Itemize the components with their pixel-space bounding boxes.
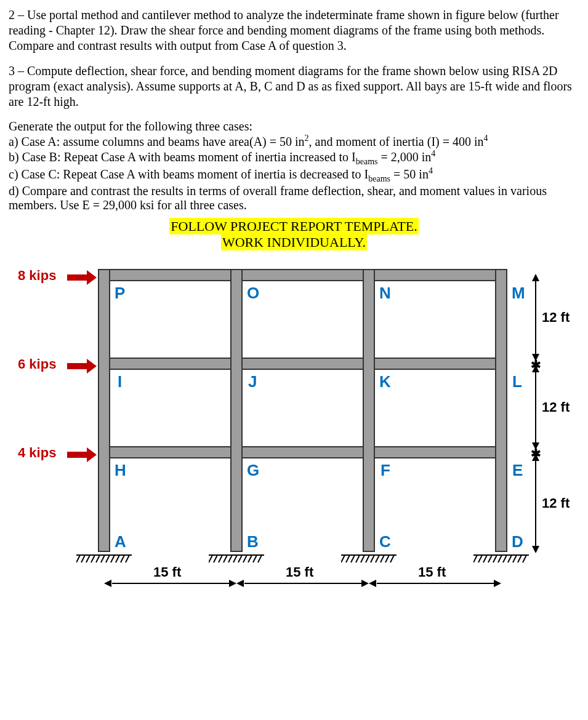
svg-line-26 [346,555,350,562]
svg-line-16 [224,555,227,562]
svg-line-5 [96,555,100,562]
support-D [473,552,529,561]
dim-bay1: 15 ft [153,564,181,580]
svg-line-20 [243,555,247,562]
node-L: L [512,372,522,391]
node-F: F [381,461,390,480]
svg-line-22 [253,555,257,562]
node-G: G [247,461,259,480]
dim-arrow-bay1-l [104,580,111,587]
svg-line-32 [376,555,379,562]
svg-line-15 [219,555,222,562]
svg-line-19 [238,555,242,562]
dim-arrow-s3-u [532,274,539,281]
dim-story1: 12 ft [542,495,570,511]
beam-level1 [98,446,507,458]
svg-line-23 [258,555,262,562]
node-P: P [115,284,125,303]
case-b-suffix: = 2,000 in [378,150,432,163]
dim-line-story1 [535,461,536,546]
svg-line-30 [366,555,369,562]
dim-arrow-s1-d [532,546,539,553]
svg-line-11 [126,555,129,562]
problem-3-intro: 3 – Compute deflection, shear force, and… [9,63,579,110]
dim-arrow-s2-u [532,365,539,372]
svg-line-46 [518,555,522,562]
case-a-mid: , and moment of inertia (I) = 400 in [309,135,484,148]
node-D: D [512,532,523,551]
node-E: E [512,461,523,480]
svg-line-45 [513,555,517,562]
dim-arrow-bay1-r [229,580,236,587]
svg-line-7 [106,555,110,562]
svg-line-33 [381,555,384,562]
node-N: N [379,284,391,303]
case-c: c) Case C: Repeat Case A with beams mome… [9,166,579,184]
svg-line-31 [371,555,374,562]
svg-line-1 [76,555,80,562]
node-K: K [379,372,391,391]
svg-line-10 [121,555,124,562]
svg-line-47 [523,555,526,562]
beam-level2 [98,358,507,370]
node-A: A [115,532,126,551]
dim-line-bay3 [377,583,494,584]
support-A [76,552,132,561]
highlight-line-2: WORK INDIVIDUALLY. [221,234,367,250]
svg-line-39 [483,555,487,562]
dim-bay2: 15 ft [286,564,313,580]
support-C [341,552,397,561]
dim-arrow-bay3-r [494,580,501,587]
load-label-bot: 4 kips [18,445,56,461]
frame-figure: 8 kips 6 kips 4 kips P O N M I J K L H G… [9,263,575,620]
svg-line-37 [473,555,477,562]
cases-intro: Generate the output for the following th… [9,119,579,134]
dim-arrow-bay3-l [369,580,376,587]
case-b-prefix: b) Case B: Repeat Case A with beams mome… [9,150,356,163]
case-d: d) Compare and contrast the results in t… [9,184,579,212]
svg-line-41 [493,555,497,562]
case-a: a) Case A: assume columns and beams have… [9,134,579,149]
svg-line-42 [498,555,502,562]
svg-line-25 [341,555,345,562]
highlight-line-1: FOLLOW PROJECT REPORT TEMPLATE. [169,218,418,234]
dim-arrow-bay2-r [361,580,369,587]
case-a-prefix: a) Case A: assume columns and beams have… [9,135,305,148]
svg-line-18 [233,555,237,562]
dim-line-story2 [535,372,536,442]
node-J: J [248,372,257,391]
column-1 [98,269,110,552]
beam-roof [98,269,507,281]
problem-2-text: 2 – Use portal method and cantilever met… [9,7,579,54]
load-arrow-bot [67,447,97,462]
dim-arrow-bay2-l [236,580,244,587]
column-3 [363,269,375,552]
node-B: B [247,532,259,551]
svg-line-29 [361,555,364,562]
svg-line-34 [385,555,389,562]
svg-line-14 [214,555,217,562]
case-c-suffix: = 50 in [390,167,429,181]
svg-line-13 [209,555,212,562]
svg-line-35 [390,555,394,562]
node-C: C [379,532,391,551]
column-2 [230,269,243,552]
case-b: b) Case B: Repeat Case A with beams mome… [9,149,579,167]
load-arrow-top [67,270,97,285]
load-label-mid: 6 kips [18,356,56,372]
svg-line-21 [248,555,252,562]
highlight-block: FOLLOW PROJECT REPORT TEMPLATE. WORK IND… [9,218,579,250]
dim-line-bay1 [112,583,229,584]
load-arrow-mid [67,359,97,374]
svg-line-17 [228,555,232,562]
svg-line-3 [86,555,90,562]
svg-line-9 [116,555,119,562]
svg-line-6 [101,555,105,562]
column-4 [495,269,507,552]
support-B [209,552,264,561]
load-label-top: 8 kips [18,268,56,284]
svg-line-44 [508,555,512,562]
cases-block: Generate the output for the following th… [9,119,579,212]
dim-line-story3 [535,281,536,354]
node-O: O [247,284,259,303]
